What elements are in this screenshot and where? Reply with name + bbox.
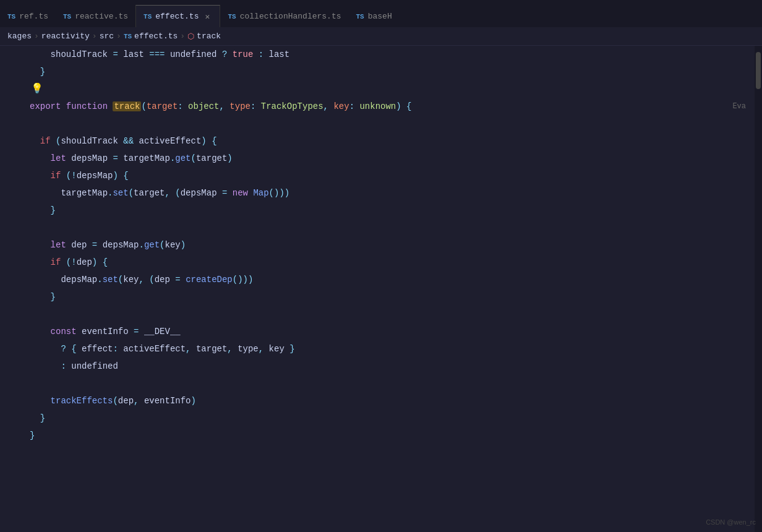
tab-collection[interactable]: TS collectionHandlers.ts xyxy=(220,5,348,27)
tab-collection-label: collectionHandlers.ts xyxy=(240,12,341,21)
code-line: ? { effect: activeEffect, target, type, … xyxy=(0,340,755,358)
ts-badge-collection: TS xyxy=(228,13,236,20)
tab-effect[interactable]: TS effect.ts ✕ xyxy=(135,5,220,27)
line-content: export function track(target: object, ty… xyxy=(30,98,755,132)
line-content: depsMap.set(key, (dep = createDep())) xyxy=(30,271,755,288)
code-line: } xyxy=(0,427,755,444)
scrollbar[interactable] xyxy=(755,46,762,532)
code-line: : undefined xyxy=(0,358,755,375)
tab-close-button[interactable]: ✕ xyxy=(202,12,212,22)
code-line: } xyxy=(0,63,755,80)
line-content: shouldTrack = last === undefined ? true … xyxy=(30,46,755,63)
code-line: let depsMap = targetMap.get(target) xyxy=(0,150,755,167)
code-line: if (!depsMap) { xyxy=(0,167,755,184)
lightbulb-icon[interactable]: 💡 xyxy=(31,80,43,98)
ts-badge-ref: TS xyxy=(7,13,15,20)
line-content: } xyxy=(30,427,755,444)
code-line xyxy=(0,375,755,392)
code-line: } xyxy=(0,202,755,219)
code-line: if (shouldTrack && activeEffect) { xyxy=(0,132,755,150)
breadcrumb-sep3: › xyxy=(116,32,121,41)
line-content: if (!depsMap) { xyxy=(30,167,755,184)
ts-badge-baseh: TS xyxy=(356,13,364,20)
watermark: CSDN @wen_rc xyxy=(706,518,756,526)
line-content xyxy=(30,375,755,392)
breadcrumb-track[interactable]: track xyxy=(197,32,221,41)
ts-badge-effect: TS xyxy=(143,13,152,20)
breadcrumb-kages[interactable]: kages xyxy=(7,32,32,41)
tab-ref[interactable]: TS ref.ts xyxy=(0,5,56,27)
tab-reactive-label: reactive.ts xyxy=(75,12,128,21)
code-line: if (!dep) { xyxy=(0,254,755,271)
code-line: shouldTrack = last === undefined ? true … xyxy=(0,46,755,63)
code-line-bulb: 💡 xyxy=(0,80,755,98)
code-line: let dep = depsMap.get(key) xyxy=(0,236,755,254)
code-line: targetMap.set(target, (depsMap = new Map… xyxy=(0,184,755,202)
tab-baseh[interactable]: TS baseH xyxy=(349,5,400,27)
tab-baseh-label: baseH xyxy=(368,12,392,21)
line-content: } xyxy=(30,410,755,427)
breadcrumb-sep4: › xyxy=(180,32,185,41)
editor-container: shouldTrack = last === undefined ? true … xyxy=(0,46,762,532)
tab-effect-label: effect.ts xyxy=(155,12,199,21)
line-content: const eventInfo = __DEV__ xyxy=(30,323,755,340)
breadcrumb-reactivity[interactable]: reactivity xyxy=(41,32,90,41)
line-content xyxy=(30,306,755,323)
code-line xyxy=(0,219,755,236)
code-line xyxy=(0,306,755,323)
breadcrumb-sep2: › xyxy=(92,32,97,41)
line-content: if (shouldTrack && activeEffect) { xyxy=(30,132,755,150)
breadcrumb-func-icon: ⬡ xyxy=(187,32,194,41)
line-content: } xyxy=(30,202,755,219)
code-line: export function track(target: object, ty… xyxy=(0,98,755,132)
code-line: depsMap.set(key, (dep = createDep())) xyxy=(0,271,755,288)
scroll-thumb[interactable] xyxy=(756,52,761,89)
line-content: targetMap.set(target, (depsMap = new Map… xyxy=(30,184,755,202)
code-line: trackEffects(dep, eventInfo) xyxy=(0,392,755,410)
line-content: } xyxy=(30,63,755,80)
tab-ref-label: ref.ts xyxy=(19,12,48,21)
code-line: const eventInfo = __DEV__ xyxy=(0,323,755,340)
breadcrumb-sep1: › xyxy=(34,32,39,41)
line-content: if (!dep) { xyxy=(30,254,755,271)
line-content xyxy=(30,219,755,236)
line-content: trackEffects(dep, eventInfo) xyxy=(30,392,755,410)
tab-reactive[interactable]: TS reactive.ts xyxy=(56,5,135,27)
line-content: ? { effect: activeEffect, target, type, … xyxy=(30,340,755,358)
code-line: } xyxy=(0,288,755,306)
ts-badge-reactive: TS xyxy=(63,13,71,20)
tab-bar: TS ref.ts TS reactive.ts TS effect.ts ✕ … xyxy=(0,0,762,27)
breadcrumb-ts-icon: TS xyxy=(124,33,132,40)
breadcrumb-src[interactable]: src xyxy=(100,32,114,41)
breadcrumb: kages › reactivity › src › TS effect.ts … xyxy=(0,27,762,46)
breadcrumb-effect-ts[interactable]: effect.ts xyxy=(134,32,178,41)
line-content: } xyxy=(30,288,755,306)
line-content: let depsMap = targetMap.get(target) xyxy=(30,150,755,167)
eval-hint: Eva xyxy=(732,98,746,115)
line-content: let dep = depsMap.get(key) xyxy=(30,236,755,254)
code-line: } xyxy=(0,410,755,427)
editor-main: shouldTrack = last === undefined ? true … xyxy=(0,46,755,532)
line-content: : undefined xyxy=(30,358,755,375)
code-area: shouldTrack = last === undefined ? true … xyxy=(0,46,755,532)
